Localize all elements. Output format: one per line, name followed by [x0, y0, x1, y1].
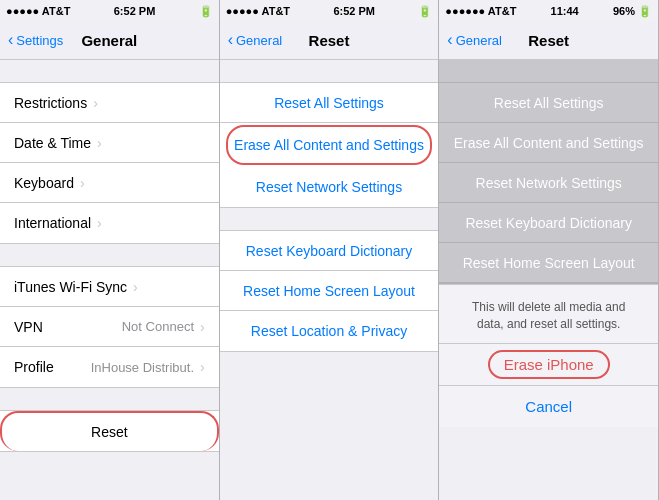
reset-group-3: Reset All Settings Erase All Content and… [439, 82, 658, 284]
right-icons-1: 🔋 [199, 5, 213, 18]
battery-3: 96% 🔋 [613, 5, 652, 18]
reset-list-3: Reset All Settings Erase All Content and… [439, 60, 658, 500]
status-bar-1: ●●●●● AT&T 6:52 PM 🔋 [0, 0, 219, 22]
erase-iphone-label: Erase iPhone [488, 350, 610, 379]
reset-all-settings-gray: Reset All Settings [439, 83, 658, 123]
settings-list-1: Restrictions › Date & Time › Keyboard › … [0, 60, 219, 500]
reset-group-2: Reset Keyboard Dictionary Reset Home Scr… [220, 230, 439, 352]
list-item-vpn[interactable]: VPN Not Connect › [0, 307, 219, 347]
time-3: 11:44 [551, 5, 579, 17]
reset-network-gray: Reset Network Settings [439, 163, 658, 203]
nav-back-label-3: General [456, 33, 502, 48]
back-chevron-3: ‹ [447, 31, 452, 49]
right-icons-2: 🔋 [418, 5, 432, 18]
item-value: InHouse Distribut. [91, 360, 194, 375]
chevron-icon: › [97, 135, 102, 151]
reset-homescreen-btn[interactable]: Reset Home Screen Layout [220, 271, 439, 311]
btn-label: Erase All Content and Settings [234, 137, 424, 153]
btn-label: Reset Location & Privacy [251, 323, 407, 339]
cancel-label: Cancel [525, 398, 572, 415]
erase-all-content-btn[interactable]: Erase All Content and Settings [226, 125, 433, 165]
reset-keyboard-gray: Reset Keyboard Dictionary [439, 203, 658, 243]
chevron-icon: › [200, 359, 205, 375]
nav-back-label-1: Settings [16, 33, 63, 48]
cancel-btn[interactable]: Cancel [439, 385, 658, 427]
back-chevron-1: ‹ [8, 31, 13, 49]
nav-title-3: Reset [528, 32, 569, 49]
chevron-icon: › [93, 95, 98, 111]
chevron-icon: › [80, 175, 85, 191]
nav-back-2[interactable]: ‹ General [228, 32, 283, 49]
item-label: International [14, 215, 91, 231]
item-label: Date & Time [14, 135, 91, 151]
chevron-icon: › [200, 319, 205, 335]
panel-general: ●●●●● AT&T 6:52 PM 🔋 ‹ Settings General … [0, 0, 220, 500]
nav-bar-1: ‹ Settings General [0, 22, 219, 60]
chevron-icon: › [133, 279, 138, 295]
general-list-group-2: iTunes Wi-Fi Sync › VPN Not Connect › Pr… [0, 266, 219, 388]
time-2: 6:52 PM [333, 5, 375, 17]
btn-label: Reset Network Settings [256, 179, 402, 195]
signal-3: ●●●●●● AT&T [445, 5, 516, 17]
btn-label: Reset Home Screen Layout [243, 283, 415, 299]
signal-1: ●●●●● AT&T [6, 5, 70, 17]
reset-all-settings-btn[interactable]: Reset All Settings [220, 83, 439, 123]
list-item-itunes-wifi[interactable]: iTunes Wi-Fi Sync › [0, 267, 219, 307]
reset-homescreen-gray: Reset Home Screen Layout [439, 243, 658, 283]
status-bar-3: ●●●●●● AT&T 11:44 96% 🔋 [439, 0, 658, 22]
status-bar-2: ●●●●● AT&T 6:52 PM 🔋 [220, 0, 439, 22]
reset-list-2: Reset All Settings Erase All Content and… [220, 60, 439, 500]
general-list-group-3: Reset [0, 410, 219, 452]
btn-label: Reset All Settings [274, 95, 384, 111]
nav-back-1[interactable]: ‹ Settings [8, 32, 63, 49]
time-1: 6:52 PM [114, 5, 156, 17]
reset-keyboard-btn[interactable]: Reset Keyboard Dictionary [220, 231, 439, 271]
signal-2: ●●●●● AT&T [226, 5, 290, 17]
nav-bar-3: ‹ General Reset [439, 22, 658, 60]
nav-back-3[interactable]: ‹ General [447, 32, 502, 49]
panel-reset-alert: ●●●●●● AT&T 11:44 96% 🔋 ‹ General Reset … [439, 0, 659, 500]
list-item-restrictions[interactable]: Restrictions › [0, 83, 219, 123]
list-item-profile[interactable]: Profile InHouse Distribut. › [0, 347, 219, 387]
item-value: Not Connect [122, 319, 194, 334]
panel-reset: ●●●●● AT&T 6:52 PM 🔋 ‹ General Reset Res… [220, 0, 440, 500]
list-item-keyboard[interactable]: Keyboard › [0, 163, 219, 203]
nav-title-1: General [81, 32, 137, 49]
btn-label: Reset Keyboard Dictionary [246, 243, 413, 259]
item-label: Restrictions [14, 95, 87, 111]
erase-all-gray: Erase All Content and Settings [439, 123, 658, 163]
nav-bar-2: ‹ General Reset [220, 22, 439, 60]
reset-location-btn[interactable]: Reset Location & Privacy [220, 311, 439, 351]
back-chevron-2: ‹ [228, 31, 233, 49]
erase-iphone-btn[interactable]: Erase iPhone [439, 343, 658, 385]
alert-box: This will delete all media and data, and… [439, 284, 658, 427]
list-item-datetime[interactable]: Date & Time › [0, 123, 219, 163]
list-item-reset[interactable]: Reset [0, 411, 219, 451]
chevron-icon: › [97, 215, 102, 231]
item-label: iTunes Wi-Fi Sync [14, 279, 127, 295]
general-list-group: Restrictions › Date & Time › Keyboard › … [0, 82, 219, 244]
item-label: Profile [14, 359, 54, 375]
alert-message: This will delete all media and data, and… [439, 285, 658, 343]
reset-group-1: Reset All Settings Erase All Content and… [220, 82, 439, 208]
nav-title-2: Reset [309, 32, 350, 49]
item-label: Reset [91, 424, 128, 440]
item-label: VPN [14, 319, 43, 335]
item-label: Keyboard [14, 175, 74, 191]
reset-network-btn[interactable]: Reset Network Settings [220, 167, 439, 207]
list-item-international[interactable]: International › [0, 203, 219, 243]
nav-back-label-2: General [236, 33, 282, 48]
